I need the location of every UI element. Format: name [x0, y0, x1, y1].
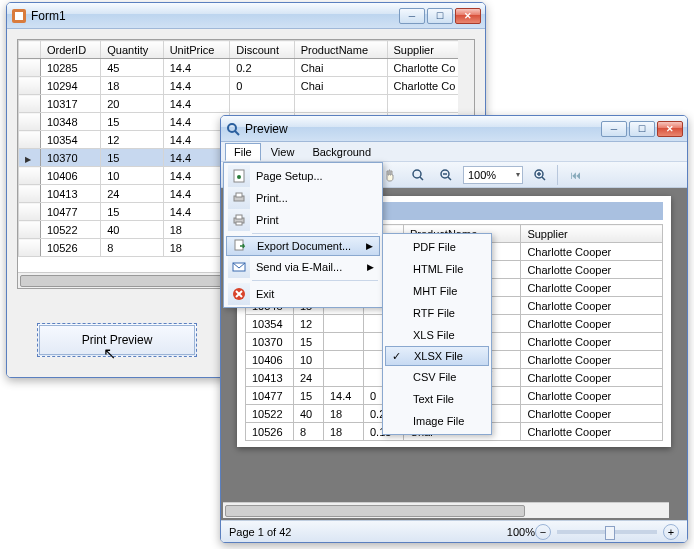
preview-hscroll[interactable]	[223, 502, 669, 518]
preview-menubar: File View Background	[221, 142, 687, 162]
column-header[interactable]: Quantity	[101, 41, 163, 59]
menu-page-setup-label: Page Setup...	[256, 170, 323, 182]
tool-magnify-icon[interactable]	[407, 164, 429, 186]
close-button[interactable]: ✕	[657, 121, 683, 137]
menu-exit[interactable]: Exit	[226, 283, 380, 305]
column-header[interactable]: ProductName	[294, 41, 387, 59]
export-html-label: HTML File	[413, 263, 463, 275]
export-html[interactable]: HTML File	[385, 258, 489, 280]
status-page: Page 1 of 42	[229, 526, 291, 538]
menu-view[interactable]: View	[263, 144, 303, 160]
print-dialog-icon	[228, 187, 250, 209]
tool-first-icon[interactable]: ⏮	[564, 164, 586, 186]
export-rtf[interactable]: RTF File	[385, 302, 489, 324]
zoom-combo[interactable]: 100%	[463, 166, 523, 184]
table-row[interactable]: 102941814.40ChaiCharlotte Co	[19, 77, 474, 95]
export-txt[interactable]: Text File	[385, 388, 489, 410]
column-header[interactable]: Discount	[230, 41, 295, 59]
export-csv[interactable]: CSV File	[385, 366, 489, 388]
column-header[interactable]: UnitPrice	[163, 41, 230, 59]
export-submenu: PDF File HTML File MHT File RTF File XLS…	[382, 233, 492, 435]
svg-point-2	[228, 124, 236, 132]
menu-export-document[interactable]: Export Document... ▶	[226, 236, 380, 256]
menu-send-label: Send via E-Mail...	[256, 261, 342, 273]
print-icon	[228, 209, 250, 231]
column-header: Supplier	[521, 225, 663, 243]
menu-export-label: Export Document...	[257, 240, 351, 252]
email-icon	[228, 256, 250, 278]
print-preview-label: Print Preview	[82, 333, 153, 347]
menu-file[interactable]: File	[225, 143, 261, 161]
table-row[interactable]: 102854514.40.2ChaiCharlotte Co	[19, 59, 474, 77]
preview-statusbar: Page 1 of 42 100% − +	[221, 520, 687, 542]
page-setup-icon	[228, 165, 250, 187]
export-xlsx[interactable]: XLSX File	[385, 346, 489, 366]
menu-send-email[interactable]: Send via E-Mail... ▶	[226, 256, 380, 278]
export-img-label: Image File	[413, 415, 464, 427]
zoom-minus-button[interactable]: −	[535, 524, 551, 540]
preview-app-icon	[225, 121, 241, 137]
file-menu: Page Setup... Print... Print Export Docu…	[223, 162, 383, 308]
export-img[interactable]: Image File	[385, 410, 489, 432]
preview-titlebar[interactable]: Preview ─ ☐ ✕	[221, 116, 687, 142]
tool-zoomout-icon[interactable]	[435, 164, 457, 186]
svg-rect-28	[236, 222, 242, 225]
export-mht-label: MHT File	[413, 285, 457, 297]
menu-view-label: View	[271, 146, 295, 158]
menu-background[interactable]: Background	[304, 144, 379, 160]
svg-line-21	[542, 177, 545, 180]
menu-print[interactable]: Print	[226, 209, 380, 231]
tool-zoomin-icon[interactable]	[529, 164, 551, 186]
export-mht[interactable]: MHT File	[385, 280, 489, 302]
zoom-slider[interactable]	[557, 530, 657, 534]
svg-line-14	[420, 177, 423, 180]
svg-line-17	[448, 177, 451, 180]
menu-print-dialog[interactable]: Print...	[226, 187, 380, 209]
submenu-arrow-icon: ▶	[366, 241, 373, 251]
export-pdf-label: PDF File	[413, 241, 456, 253]
maximize-button[interactable]: ☐	[629, 121, 655, 137]
preview-window: Preview ─ ☐ ✕ File View Background 100%	[220, 115, 688, 543]
submenu-arrow-icon: ▶	[367, 262, 374, 272]
print-preview-button[interactable]: Print Preview	[37, 323, 197, 357]
menu-print-dialog-label: Print...	[256, 192, 288, 204]
export-xls-label: XLS File	[413, 329, 455, 341]
export-xls[interactable]: XLS File	[385, 324, 489, 346]
exit-icon	[228, 283, 250, 305]
zoom-value: 100%	[468, 169, 496, 181]
menu-file-label: File	[234, 146, 252, 158]
svg-line-3	[235, 131, 239, 135]
export-rtf-label: RTF File	[413, 307, 455, 319]
menu-page-setup[interactable]: Page Setup...	[226, 165, 380, 187]
close-button[interactable]: ✕	[455, 8, 481, 24]
minimize-button[interactable]: ─	[399, 8, 425, 24]
svg-rect-29	[235, 240, 243, 250]
svg-rect-27	[236, 215, 242, 219]
table-row[interactable]: 103172014.4	[19, 95, 474, 113]
svg-point-13	[413, 170, 421, 178]
form1-titlebar[interactable]: Form1 ─ ☐ ✕	[7, 3, 485, 29]
zoom-plus-button[interactable]: +	[663, 524, 679, 540]
form1-app-icon	[11, 8, 27, 24]
menu-background-label: Background	[312, 146, 371, 158]
export-xlsx-label: XLSX File	[414, 350, 463, 362]
export-pdf[interactable]: PDF File	[385, 236, 489, 258]
menu-print-label: Print	[256, 214, 279, 226]
menu-exit-label: Exit	[256, 288, 274, 300]
minimize-button[interactable]: ─	[601, 121, 627, 137]
export-icon	[229, 235, 251, 257]
status-zoom: 100%	[507, 526, 535, 538]
export-csv-label: CSV File	[413, 371, 456, 383]
preview-title: Preview	[245, 122, 601, 136]
svg-point-23	[237, 175, 241, 179]
export-txt-label: Text File	[413, 393, 454, 405]
form1-title: Form1	[31, 9, 399, 23]
maximize-button[interactable]: ☐	[427, 8, 453, 24]
svg-rect-25	[236, 193, 242, 197]
svg-rect-1	[15, 12, 23, 20]
column-header[interactable]: OrderID	[41, 41, 101, 59]
